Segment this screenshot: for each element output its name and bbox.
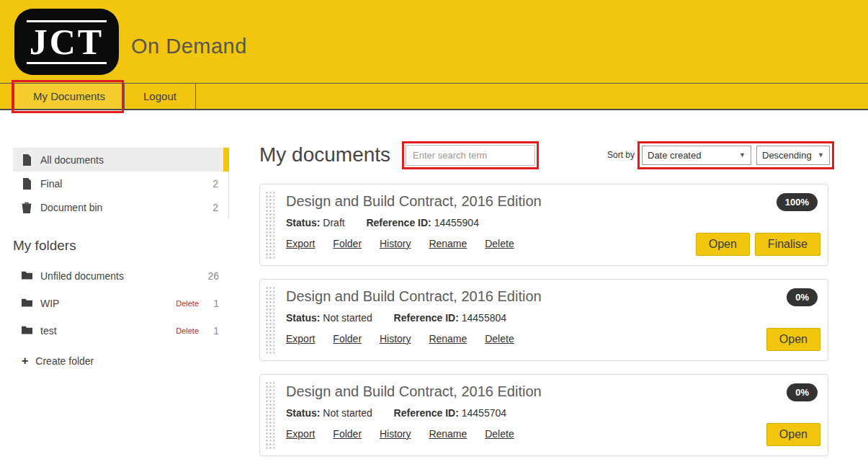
document-card: Design and Build Contract, 2016 Edition …	[259, 279, 828, 361]
sort-field-value: Date created	[648, 150, 701, 161]
sidebar-item-document-bin[interactable]: Document bin 2	[13, 195, 228, 219]
delete-link[interactable]: Delete	[485, 428, 514, 440]
finalise-button[interactable]: Finalise	[755, 233, 820, 256]
card-buttons: Open	[766, 423, 820, 446]
drag-handle-icon[interactable]	[265, 381, 274, 449]
create-folder-button[interactable]: + Create folder	[13, 355, 229, 368]
document-meta: Status: Not started Reference ID: 144557…	[286, 407, 828, 419]
sort-by-label: Sort by	[607, 150, 635, 160]
status-label: Status:	[286, 217, 320, 228]
app-header: JCT On Demand	[0, 0, 868, 83]
create-folder-label: Create folder	[35, 355, 94, 367]
export-link[interactable]: Export	[286, 238, 315, 249]
delete-link[interactable]: Delete	[485, 238, 514, 249]
reference-label: Reference ID:	[394, 312, 459, 324]
document-icon	[22, 154, 32, 166]
folder-icon	[22, 298, 32, 309]
drag-handle-icon[interactable]	[265, 286, 274, 354]
tab-logout[interactable]: Logout	[125, 84, 196, 109]
sidebar-item-count: 2	[205, 202, 218, 213]
sidebar-folder-label: WIP	[40, 298, 59, 309]
document-card: Design and Build Contract, 2016 Edition …	[259, 184, 828, 266]
document-card: Design and Build Contract, 2016 Edition …	[259, 374, 828, 456]
folder-link[interactable]: Folder	[333, 428, 362, 440]
folder-icon	[22, 325, 32, 337]
document-meta: Status: Draft Reference ID: 14455904	[286, 217, 828, 228]
status-label: Status:	[286, 312, 320, 324]
document-actions: Export Folder History Rename Delete	[286, 333, 828, 344]
folder-icon	[22, 270, 32, 282]
sort-controls: Sort by Date created ▼ Descending ▼	[607, 141, 834, 169]
status-value: Draft	[323, 217, 344, 228]
document-list: Design and Build Contract, 2016 Edition …	[259, 184, 828, 456]
delete-folder-link[interactable]: Delete	[176, 299, 199, 308]
document-actions: Export Folder History Rename Delete	[286, 428, 828, 440]
tab-my-documents[interactable]: My Documents	[14, 84, 125, 109]
reference-value: 14455904	[434, 217, 479, 228]
sidebar-folder-unfiled-documents[interactable]: Unfiled documents 26	[13, 262, 229, 290]
sidebar-document-filters: All documents Final 2 Document bin 2	[13, 148, 229, 219]
open-button[interactable]: Open	[766, 328, 820, 351]
annotation-box-search	[402, 141, 539, 169]
history-link[interactable]: History	[380, 428, 411, 440]
reference-value: 14455704	[462, 407, 506, 419]
folder-link[interactable]: Folder	[333, 238, 362, 249]
app-name: On Demand	[131, 35, 247, 58]
folder-link[interactable]: Folder	[333, 333, 362, 344]
progress-badge: 0%	[787, 288, 818, 306]
history-link[interactable]: History	[380, 238, 411, 249]
delete-folder-link[interactable]: Delete	[176, 326, 199, 335]
open-button[interactable]: Open	[766, 423, 820, 446]
delete-link[interactable]: Delete	[485, 333, 514, 344]
reference-label: Reference ID:	[394, 407, 459, 419]
document-meta: Status: Not started Reference ID: 144558…	[286, 312, 828, 324]
trash-icon	[22, 202, 32, 213]
progress-badge: 0%	[787, 383, 818, 401]
annotation-box-sort: Date created ▼ Descending ▼	[637, 141, 834, 169]
card-buttons: Open	[766, 328, 820, 351]
sidebar-item-all-documents[interactable]: All documents	[13, 148, 228, 172]
sort-direction-select[interactable]: Descending ▼	[756, 146, 830, 165]
document-icon	[22, 178, 32, 190]
rename-link[interactable]: Rename	[429, 238, 467, 249]
chevron-down-icon: ▼	[812, 151, 824, 159]
plus-icon: +	[22, 355, 28, 368]
sort-direction-value: Descending	[762, 150, 812, 161]
history-link[interactable]: History	[380, 333, 411, 344]
reference-value: 14455804	[462, 312, 506, 324]
jct-logo: JCT	[14, 9, 119, 75]
jct-logo-text: JCT	[27, 20, 107, 64]
sidebar-item-label: Final	[40, 178, 62, 190]
page: JCT On Demand My Documents Logout All do…	[0, 0, 868, 467]
main-header: My documents Sort by Date created ▼ Desc…	[259, 138, 834, 172]
sidebar-item-label: Document bin	[40, 202, 102, 213]
sidebar-folder-count: 26	[206, 270, 219, 282]
open-button[interactable]: Open	[696, 233, 750, 256]
status-label: Status:	[286, 407, 320, 419]
main-nav: My Documents Logout	[0, 83, 868, 110]
sidebar-folder-wip[interactable]: WIP Delete 1	[13, 290, 229, 317]
drag-handle-icon[interactable]	[265, 191, 274, 259]
main-content: My documents Sort by Date created ▼ Desc…	[259, 138, 834, 467]
search-input[interactable]	[406, 145, 535, 166]
sort-field-select[interactable]: Date created ▼	[642, 146, 751, 165]
sidebar-folder-label: Unfiled documents	[40, 270, 124, 282]
reference-label: Reference ID:	[366, 217, 431, 228]
document-title: Design and Build Contract, 2016 Edition	[286, 383, 828, 400]
sidebar-item-final[interactable]: Final 2	[13, 172, 228, 195]
rename-link[interactable]: Rename	[429, 428, 467, 440]
active-indicator-bar	[223, 148, 229, 172]
chevron-down-icon: ▼	[733, 151, 746, 159]
progress-badge: 100%	[777, 193, 818, 211]
sidebar-folder-label: test	[40, 325, 57, 337]
sidebar-folder-test[interactable]: test Delete 1	[13, 317, 229, 344]
status-value: Not started	[323, 312, 372, 324]
sidebar-item-count: 2	[205, 178, 218, 190]
export-link[interactable]: Export	[286, 428, 315, 440]
sidebar: All documents Final 2 Document bin 2 My …	[13, 148, 229, 368]
sidebar-folder-count: 1	[206, 298, 219, 309]
status-value: Not started	[323, 407, 372, 419]
export-link[interactable]: Export	[286, 333, 315, 344]
rename-link[interactable]: Rename	[429, 333, 467, 344]
card-buttons: Open Finalise	[696, 233, 820, 256]
